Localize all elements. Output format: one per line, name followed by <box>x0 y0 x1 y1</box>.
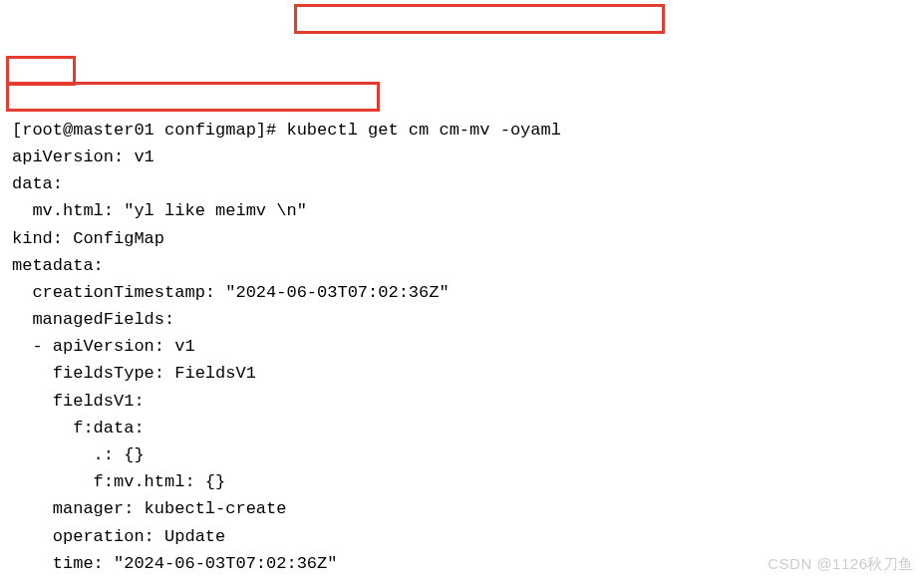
terminal-output-line: apiVersion: v1 <box>12 144 912 170</box>
highlight-box-data-value <box>6 82 380 112</box>
terminal-output-line: manager: kubectl-create <box>12 495 912 522</box>
terminal-output-line: f:mv.html: {} <box>12 468 912 495</box>
terminal-output-line: managedFields: <box>12 306 912 333</box>
terminal-output-line: - apiVersion: v1 <box>12 333 912 360</box>
terminal-output-line: mv.html: "yl like meimv \n" <box>12 197 912 224</box>
terminal-output-line: fieldsType: FieldsV1 <box>12 360 912 387</box>
terminal-output-line: data: <box>12 170 912 197</box>
terminal-output-line: creationTimestamp: "2024-06-03T07:02:36Z… <box>12 279 912 306</box>
terminal-output-line: .: {} <box>12 441 912 468</box>
terminal-output-line: fieldsV1: <box>12 388 912 415</box>
highlight-box-data-key <box>6 56 76 86</box>
watermark-text: CSDN @1126秋刀鱼 <box>768 552 914 576</box>
terminal-output-line: metadata: <box>12 252 912 279</box>
terminal-output-line: operation: Update <box>12 523 912 550</box>
terminal-output-line: kind: ConfigMap <box>12 225 912 252</box>
highlight-box-command <box>294 4 665 34</box>
terminal-output-line: name: cm-mv <box>12 577 912 582</box>
terminal-line-prompt-command: [root@master01 configmap]# kubectl get c… <box>12 117 912 144</box>
terminal-output-line: f:data: <box>12 415 912 441</box>
